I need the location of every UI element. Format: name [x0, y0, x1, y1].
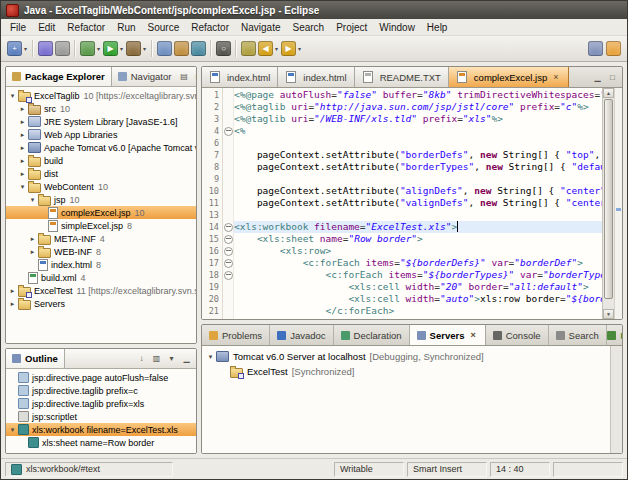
outline-tab-outline[interactable]: Outline [6, 349, 65, 368]
expand-arrow-icon[interactable]: ▾ [28, 196, 37, 204]
fold-marker-icon[interactable] [223, 125, 233, 137]
tree-item-jre-system-library-javase-1-6[interactable]: ▸JRE System Library [JavaSE-1.6] [6, 115, 196, 128]
tree-item-web-inf[interactable]: ▸WEB-INF8 [6, 245, 196, 258]
code-line-13[interactable] [234, 209, 602, 221]
fold-marker-icon[interactable] [223, 245, 233, 257]
menu-refactor[interactable]: Refactor [185, 21, 235, 34]
tree-item-src[interactable]: ▸src10 [6, 102, 196, 115]
expand-arrow-icon[interactable]: ▾ [206, 353, 215, 361]
new-wizard-icon[interactable]: + [7, 41, 22, 56]
outline-item-xls-sheet-name-row-border[interactable]: xls:sheet name=Row border [6, 436, 196, 449]
panel-tab-servers[interactable]: Servers× [410, 325, 486, 345]
code-line-1[interactable]: <%@page autoFlush="false" buffer="8kb" t… [234, 89, 602, 101]
debug-icon-dropdown[interactable]: ▾ [97, 45, 100, 52]
new-server-icon[interactable] [157, 41, 172, 56]
run-icon-dropdown[interactable]: ▾ [120, 45, 123, 52]
outline-item-jsp-directive-taglib-prefix-c[interactable]: jsp:directive.taglib prefix=c [6, 384, 196, 397]
view-menu-icon[interactable]: ▾ [165, 352, 178, 365]
code-line-16[interactable]: <xls:row> [234, 245, 602, 257]
tree-item-exceltest[interactable]: ▸ExcelTest11 [https://exceltaglibrary.sv… [6, 284, 196, 297]
package-explorer-tab-package-explorer[interactable]: Package Explorer [6, 67, 112, 86]
minimize-view-icon[interactable]: ▁ [180, 352, 193, 365]
code-line-7[interactable]: pageContext.setAttribute("borderDefs", n… [234, 149, 602, 161]
tree-item-web-app-libraries[interactable]: ▸Web App Libraries [6, 128, 196, 141]
overview-ruler[interactable] [614, 88, 622, 319]
back-icon[interactable]: ◀ [258, 41, 273, 56]
tree-item-simpleexcel-jsp[interactable]: simpleExcel.jsp8 [6, 219, 196, 232]
debug-server-icon[interactable] [607, 331, 616, 340]
editor-scrollbar-thumb[interactable] [604, 99, 613, 299]
code-line-6[interactable] [234, 137, 602, 149]
expand-arrow-icon[interactable]: ▸ [18, 118, 27, 126]
outline-item-jsp-scriptlet[interactable]: jsp:scriptlet [6, 410, 196, 423]
deploy-icon[interactable] [191, 41, 206, 56]
new-wizard-icon-dropdown[interactable]: ▾ [24, 45, 27, 52]
maximize-view-icon[interactable]: □ [606, 71, 619, 84]
code-line-22[interactable]: </c:forEach> [234, 317, 602, 319]
expand-arrow-icon[interactable]: ▸ [18, 144, 27, 152]
code-line-19[interactable]: <xls:cell width="20" border="all:default… [234, 281, 602, 293]
outline-item-xls-workbook-filename-exceltest-xls[interactable]: ▾xls:workbook filename=ExcelTest.xls [6, 423, 196, 436]
tree-item-build-xml[interactable]: build.xml4 [6, 271, 196, 284]
filter-icon[interactable]: ▥ [150, 352, 163, 365]
menu-run[interactable]: Run [111, 21, 141, 34]
code-line-17[interactable]: <c:forEach items="${borderDefs}" var="bo… [234, 257, 602, 269]
titlebar[interactable]: Java - ExcelTaglib/WebContent/jsp/comple… [1, 1, 627, 19]
fold-marker-icon[interactable] [223, 221, 233, 233]
expand-arrow-icon[interactable]: ▸ [8, 287, 17, 295]
last-edit-location-icon[interactable] [241, 41, 256, 56]
tree-item-servers[interactable]: ▸Servers [6, 297, 196, 310]
start-server-icon[interactable]: ▶ [618, 329, 623, 342]
tree-item-complexexcel-jsp[interactable]: complexExcel.jsp10 [6, 206, 196, 219]
forward-icon[interactable]: ▶ [281, 41, 296, 56]
collapse-all-icon[interactable]: ▤ [177, 70, 190, 83]
tree-item-exceltaglib[interactable]: ▾ExcelTaglib10 [https://exceltaglibrary.… [6, 89, 196, 102]
code-line-15[interactable]: <xls:sheet name="Row border"> [234, 233, 602, 245]
java-perspective-icon[interactable] [606, 41, 621, 56]
code-line-18[interactable]: <c:forEach items="${borderTypes}" var="b… [234, 269, 602, 281]
outline-item-jsp-directive-taglib-prefix-xls[interactable]: jsp:directive.taglib prefix=xls [6, 397, 196, 410]
server-item-exceltest[interactable]: ExcelTest[Synchronized] [202, 364, 610, 379]
tree-item-dist[interactable]: ▸dist [6, 167, 196, 180]
menu-search[interactable]: Search [286, 21, 330, 34]
servers-scrollbar[interactable] [610, 346, 622, 453]
search-icon[interactable]: ○ [216, 41, 231, 56]
panel-tab-declaration[interactable]: Declaration [334, 325, 410, 345]
back-icon-dropdown[interactable]: ▾ [275, 45, 278, 52]
menu-file[interactable]: File [4, 21, 32, 34]
fold-marker-icon[interactable] [223, 233, 233, 245]
outline-item-jsp-directive-page-autoflush-false[interactable]: jsp:directive.page autoFlush=false [6, 371, 196, 384]
menu-refactor[interactable]: Refactor [61, 21, 111, 34]
code-line-2[interactable]: <%@taglib uri="http://java.sun.com/jsp/j… [234, 101, 602, 113]
tree-item-apache-tomcat-v6-0-apache-tomcat-v6-0[interactable]: ▸Apache Tomcat v6.0 [Apache Tomcat v6.0] [6, 141, 196, 154]
panel-tab-console[interactable]: Console [486, 325, 549, 345]
web-service-icon[interactable] [174, 41, 189, 56]
scroll-down-icon[interactable]: ▼ [603, 309, 614, 319]
close-tab-icon[interactable]: × [468, 330, 477, 341]
expand-arrow-icon[interactable]: ▸ [18, 131, 27, 139]
panel-tab-javadoc[interactable]: Javadoc [270, 325, 333, 345]
menu-help[interactable]: Help [421, 21, 454, 34]
tree-item-build[interactable]: ▸build [6, 154, 196, 167]
java-ee-perspective-icon[interactable] [588, 41, 603, 56]
tree-item-webcontent[interactable]: ▾WebContent10 [6, 180, 196, 193]
close-tab-icon[interactable]: × [551, 72, 560, 83]
menu-project[interactable]: Project [330, 21, 373, 34]
code-line-4[interactable]: <% [234, 125, 602, 137]
package-explorer-tab-navigator[interactable]: Navigator [112, 67, 178, 86]
menu-edit[interactable]: Edit [32, 21, 61, 34]
editor-tab-index-html[interactable]: index.html [278, 67, 354, 87]
menu-window[interactable]: Window [373, 21, 421, 34]
expand-arrow-icon[interactable]: ▾ [8, 426, 17, 434]
editor-scrollbar[interactable]: ▲ ▼ [602, 88, 614, 319]
code-line-3[interactable]: <%@taglib uri="/WEB-INF/xls.tld" prefix=… [234, 113, 602, 125]
minimize-view-icon[interactable]: ▁ [591, 71, 604, 84]
code-line-9[interactable] [234, 173, 602, 185]
tree-item-meta-inf[interactable]: ▸META-INF4 [6, 232, 196, 245]
fold-marker-icon[interactable] [223, 269, 233, 281]
panel-tab-problems[interactable]: Problems [202, 325, 270, 345]
code-area[interactable]: <%@page autoFlush="false" buffer="8kb" t… [234, 88, 602, 319]
run-icon[interactable]: ▶ [103, 41, 118, 56]
editor-tab-complexexcel-jsp[interactable]: complexExcel.jsp× [449, 67, 569, 87]
save-icon[interactable] [38, 41, 53, 56]
